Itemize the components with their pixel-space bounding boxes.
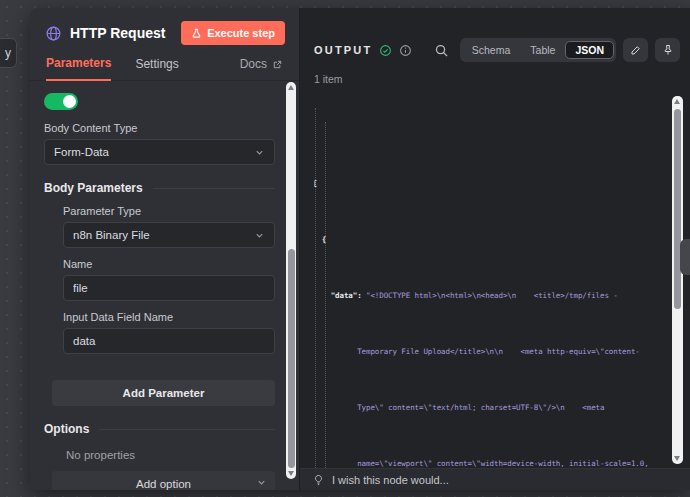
tab-parameters[interactable]: Parameters [46, 56, 111, 81]
n8n-node-detail-view: { "background": { "partial_tab_label": "… [0, 0, 690, 497]
parameter-type-label: Parameter Type [63, 205, 275, 217]
background-partial-tab[interactable]: y [0, 38, 17, 68]
add-option-select[interactable]: Add option [52, 471, 275, 490]
scrollbar-thumb[interactable] [674, 109, 681, 309]
json-line: name=\"viewport\" content=\"width=device… [313, 457, 664, 468]
node-header: HTTP Request Execute step [30, 8, 299, 54]
json-line: [ [313, 177, 664, 191]
http-request-globe-icon [45, 25, 62, 42]
indent-guide [325, 122, 326, 468]
scroll-down-arrow[interactable] [674, 456, 680, 461]
chevron-down-icon [254, 147, 265, 158]
output-scrollbar[interactable] [672, 96, 683, 464]
parameter-type-select[interactable]: n8n Binary File [63, 222, 275, 248]
output-panel: OUTPUT Schema Table JSON [300, 8, 690, 490]
wish-text: I wish this node would... [332, 474, 449, 486]
input-data-field-name-field[interactable] [63, 328, 275, 354]
execute-step-button[interactable]: Execute step [181, 21, 285, 45]
pin-data-button[interactable] [655, 38, 680, 62]
name-field[interactable] [63, 275, 275, 301]
info-icon[interactable] [399, 44, 412, 57]
pencil-icon [630, 44, 642, 56]
json-output-view[interactable]: [ { "data": "<!DOCTYPE html>\n<html>\n<h… [313, 93, 664, 468]
docs-link[interactable]: Docs [240, 57, 283, 80]
divider [99, 429, 275, 430]
node-parameters-panel: HTTP Request Execute step Parameters Set… [30, 8, 300, 490]
chevron-down-icon [254, 230, 265, 241]
toggle-knob [63, 95, 76, 108]
pin-icon [662, 44, 674, 56]
output-items-count: 1 item [300, 62, 690, 85]
scroll-up-arrow[interactable] [674, 99, 680, 104]
node-feedback-bar[interactable]: I wish this node would... [300, 468, 690, 490]
output-view-switcher: Schema Table JSON [460, 38, 616, 62]
output-title: OUTPUT [314, 44, 372, 56]
node-detail-modal: HTTP Request Execute step Parameters Set… [30, 8, 690, 490]
view-tab-schema[interactable]: Schema [462, 41, 521, 59]
name-label: Name [63, 258, 275, 270]
json-line: "data": "<!DOCTYPE html>\n<html>\n<head>… [313, 289, 664, 303]
flask-icon [191, 28, 202, 39]
lightbulb-icon [313, 474, 324, 486]
options-section-header: Options [44, 422, 275, 436]
divider [153, 188, 275, 189]
view-tab-table[interactable]: Table [520, 41, 565, 59]
scrollbar-thumb[interactable] [288, 249, 295, 468]
scroll-down-arrow[interactable] [288, 471, 294, 476]
output-header: OUTPUT Schema Table JSON [300, 8, 690, 62]
boolean-toggle-on[interactable] [44, 93, 78, 110]
json-line: Temporary File Upload</title>\n\n <meta … [313, 345, 664, 359]
edit-output-button[interactable] [623, 38, 648, 62]
node-parameters-form: Body Content Type Form-Data Body Paramet… [30, 81, 299, 490]
body-parameters-section-header: Body Parameters [44, 181, 275, 195]
json-line: Type\" content=\"text/html; charset=UTF-… [313, 401, 664, 415]
view-tab-json[interactable]: JSON [565, 41, 614, 59]
panel-resize-handle[interactable] [680, 239, 690, 275]
no-properties-text: No properties [66, 449, 275, 461]
node-tabbar: Parameters Settings Docs [30, 54, 299, 81]
input-data-field-name-label: Input Data Field Name [63, 311, 275, 323]
body-content-type-select[interactable]: Form-Data [44, 139, 275, 165]
body-content-type-label: Body Content Type [44, 122, 275, 134]
success-check-icon [379, 44, 392, 57]
scroll-up-arrow[interactable] [288, 85, 294, 90]
add-parameter-button[interactable]: Add Parameter [52, 380, 275, 406]
chevron-down-icon [256, 477, 267, 488]
tab-settings[interactable]: Settings [135, 57, 178, 80]
search-icon[interactable] [434, 43, 449, 58]
body-parameter-group: Parameter Type n8n Binary File Name Inpu… [63, 205, 275, 354]
external-link-icon [272, 59, 283, 70]
json-line: { [313, 233, 664, 247]
indent-guide [315, 108, 316, 468]
parameters-scrollbar[interactable] [286, 82, 296, 479]
node-title: HTTP Request [70, 25, 173, 41]
